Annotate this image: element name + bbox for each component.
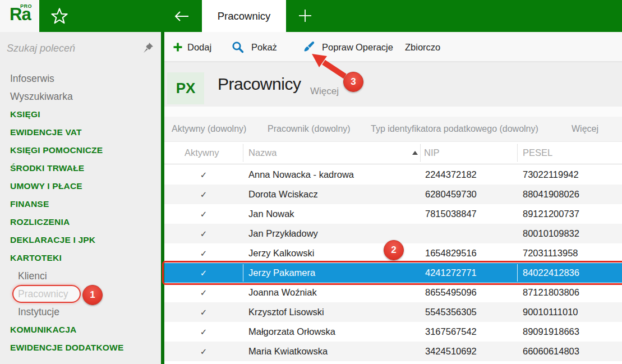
sidebar-item-ewidencje-vat[interactable]: EWIDENCJE VAT [0, 123, 161, 141]
table-row[interactable]: ✓ Joanna Woźniak 8655495096 87121803806 [164, 283, 622, 302]
active-check-icon: ✓ [164, 248, 243, 259]
module-badge: PX [167, 72, 204, 104]
cell-pesel: 88041908026 [517, 189, 622, 200]
app-window: Ra PRO Pracownicy [0, 0, 622, 364]
table-row[interactable]: ✓ Krzysztof Lisowski 5545356305 90010111… [164, 302, 622, 322]
table-row-selected[interactable]: ✓ Jerzy Pakamera 4241272771 84022412836 [164, 263, 622, 283]
sidebar-item-instytucje[interactable]: Instytucje [0, 303, 161, 321]
edit-button[interactable]: Popraw [322, 42, 353, 53]
active-check-icon: ✓ [164, 170, 243, 180]
column-header-aktywny[interactable]: Aktywny [185, 148, 219, 158]
cell-name: Joanna Woźniak [243, 287, 421, 298]
column-separator [420, 144, 421, 162]
sidebar-item-umowy-i-place[interactable]: UMOWY I PŁACE [0, 177, 161, 195]
cell-name: Jerzy Pakamera [243, 268, 421, 278]
cell-name: Anna Nowacka - kadrowa [243, 169, 421, 180]
active-check-icon: ✓ [164, 268, 243, 278]
active-check-icon: ✓ [164, 327, 243, 337]
table-row[interactable]: ✓ Jan Przykładowy 80010109832 [164, 224, 622, 243]
filter-more[interactable]: Więcej [572, 124, 598, 134]
cell-name: Dorota Wciskacz [243, 189, 421, 200]
bulk-menu[interactable]: Zbiorczo [405, 42, 440, 53]
table-row[interactable]: ✓ Jan Nowak 7815038847 89121200737 [164, 204, 622, 224]
cell-pesel: 84022412836 [517, 268, 622, 278]
pin-icon[interactable] [142, 42, 154, 54]
page-header: PX Pracownicy Więcej [164, 62, 622, 107]
sidebar-item-finanse[interactable]: FINANSE [0, 195, 161, 213]
cell-pesel: 87121803806 [517, 287, 622, 298]
star-icon [50, 7, 68, 25]
filter-typ-identyfikatora[interactable]: Typ identyfikatora podatkowego (dowolny) [371, 124, 538, 134]
cell-pesel: 73022119942 [517, 169, 622, 180]
command-search [0, 32, 161, 63]
cell-nip: 7815038847 [421, 209, 517, 219]
cell-name: Krzysztof Lisowski [243, 307, 421, 317]
active-check-icon: ✓ [164, 288, 243, 298]
sidebar-item-pracownicy[interactable]: Pracownicy [0, 285, 161, 303]
new-tab-button[interactable] [298, 8, 312, 23]
sort-asc-icon [412, 151, 418, 155]
column-separator [243, 144, 243, 162]
sidebar-item-srodki-trwale[interactable]: ŚRODKI TRWAŁE [0, 159, 161, 177]
title-more-link[interactable]: Więcej [310, 86, 339, 97]
tab-label: Pracownicy [218, 10, 271, 22]
table-row[interactable]: ✓ Maria Kwiatkowska 3424510692 660606148… [164, 342, 622, 361]
sidebar-item-rozliczenia[interactable]: ROZLICZENIA [0, 213, 161, 231]
filter-pracownik[interactable]: Pracownik (dowolny) [268, 124, 351, 134]
filter-aktywny[interactable]: Aktywny (dowolny) [172, 124, 246, 134]
employee-table: ✓ Anna Nowacka - kadrowa 2244372182 7302… [164, 165, 622, 361]
operations-menu[interactable]: Operacje [356, 42, 393, 53]
sidebar-item-infoserwis[interactable]: Infoserwis [0, 70, 161, 87]
active-check-icon: ✓ [164, 209, 243, 219]
active-check-icon: ✓ [164, 190, 243, 200]
top-bar: Ra PRO Pracownicy [0, 0, 622, 32]
active-check-icon: ✓ [164, 229, 243, 239]
column-header-nazwa[interactable]: Nazwa [248, 148, 277, 158]
logo-pro-badge: PRO [20, 3, 32, 9]
cell-name: Jerzy Kalkowski [243, 248, 421, 259]
cell-name: Maria Kwiatkowska [243, 346, 421, 357]
cell-name: Jan Nowak [243, 209, 421, 219]
active-check-icon: ✓ [164, 347, 243, 357]
cell-nip: 8655495096 [421, 287, 517, 298]
add-button[interactable]: Dodaj [187, 42, 211, 53]
sidebar-item-kartoteki[interactable]: KARTOTEKI [0, 249, 161, 267]
cell-nip: 4241272771 [421, 268, 517, 278]
sidebar-item-ewidencje-dodatkowe[interactable]: EWIDENCJE DODATKOWE [0, 339, 161, 357]
table-row[interactable]: ✓ Małgorzata Orłowska 3167567542 8909191… [164, 322, 622, 342]
sidebar-item-ksiegi-pomocnicze[interactable]: KSIĘGI POMOCNICZE [0, 141, 161, 159]
column-separator [517, 144, 518, 162]
tab-pracownicy[interactable]: Pracownicy [202, 0, 286, 32]
sidebar-item-ksiegi[interactable]: KSIĘGI [0, 105, 161, 123]
table-row[interactable]: ✓ Jerzy Kalkowski 1654829516 72031113958 [164, 243, 622, 263]
cell-nip: 5545356305 [421, 307, 517, 317]
back-arrow-icon [172, 9, 191, 24]
show-button[interactable]: Pokaż [251, 42, 277, 53]
column-header-nip[interactable]: NIP [424, 148, 440, 158]
command-search-input[interactable] [7, 41, 133, 56]
cell-pesel: 89091918663 [517, 326, 622, 337]
table-row[interactable]: ✓ Anna Nowacka - kadrowa 2244372182 7302… [164, 165, 622, 185]
favorites-button[interactable] [50, 7, 68, 25]
cell-pesel: 89121200737 [517, 209, 622, 219]
sidebar-item-wyszukiwarka[interactable]: Wyszukiwarka [0, 87, 161, 105]
sidebar-item-klienci[interactable]: Klienci [0, 267, 161, 285]
sidebar-item-komunikacja[interactable]: KOMUNIKACJA [0, 321, 161, 339]
table-header: Aktywny Nazwa NIP PESEL [164, 142, 622, 164]
cell-pesel: 72031113958 [517, 248, 622, 259]
back-button[interactable] [172, 9, 191, 24]
brush-icon [302, 40, 315, 54]
cell-name: Małgorzata Orłowska [243, 326, 421, 337]
plus-icon [298, 8, 312, 23]
sidebar-menu: Infoserwis Wyszukiwarka KSIĘGI EWIDENCJE… [0, 70, 161, 357]
cell-nip: 6280459730 [421, 189, 517, 200]
main-panel: Dodaj Pokaż Popraw Operacje Zbiorczo PX … [164, 32, 622, 364]
page-title: Pracownicy [218, 75, 301, 94]
cell-nip: 1654829516 [421, 248, 517, 259]
table-row[interactable]: ✓ Dorota Wciskacz 6280459730 88041908026 [164, 185, 622, 204]
sidebar-item-deklaracje-i-jpk[interactable]: DEKLARACJE I JPK [0, 231, 161, 249]
search-icon [231, 40, 245, 54]
filter-bar: Aktywny (dowolny) Pracownik (dowolny) Ty… [164, 117, 622, 142]
cell-nip: 2244372182 [421, 169, 517, 180]
column-header-pesel[interactable]: PESEL [523, 148, 552, 158]
